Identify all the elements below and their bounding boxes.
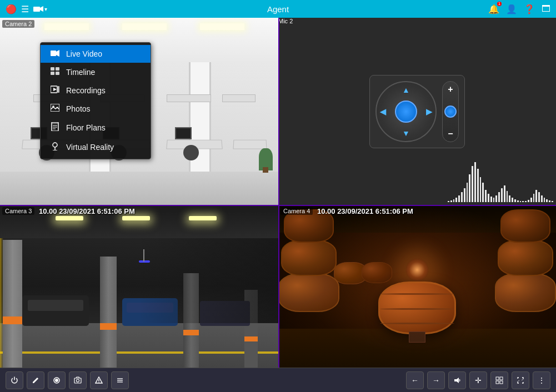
ptz-controller[interactable]: ▲ ▼ ◀ ▶ + − — [369, 75, 465, 148]
svg-point-18 — [53, 143, 57, 147]
audio-bar — [517, 200, 519, 202]
audio-bar — [530, 198, 532, 202]
ptz-wheel[interactable]: ▲ ▼ ◀ ▶ — [375, 81, 437, 142]
barrel-left-1 — [278, 273, 339, 312]
barrel-right-1 — [495, 273, 556, 312]
svg-rect-7 — [56, 72, 59, 75]
menu-item-recordings[interactable]: Recordings — [41, 81, 151, 99]
audio-waveform — [445, 149, 556, 205]
more-button[interactable]: ⋮ — [533, 371, 550, 389]
audio-bar — [455, 198, 457, 202]
svg-rect-33 — [500, 377, 503, 380]
svg-marker-1 — [40, 6, 43, 12]
alert-button[interactable] — [90, 371, 108, 389]
menu-item-photos[interactable]: Photos — [41, 99, 151, 118]
move-button[interactable]: ✛ — [469, 371, 487, 389]
menu-item-floor-plans-label: Floor Plans — [66, 123, 106, 132]
menu-item-live-video-label: Live Video — [66, 49, 102, 58]
camera-3-label: Camera 3 — [2, 207, 34, 215]
ptz-up-arrow[interactable]: ▲ — [402, 86, 410, 94]
camera-dropdown-btn[interactable]: ▾ — [33, 5, 47, 13]
column-2 — [100, 257, 117, 368]
grid-view-button[interactable] — [490, 371, 508, 389]
menu-item-photos-label: Photos — [66, 104, 91, 113]
ptz-left-arrow[interactable]: ◀ — [380, 107, 386, 116]
svg-rect-34 — [496, 381, 499, 384]
car-1 — [22, 295, 89, 326]
light-fixture-1 — [44, 23, 89, 30]
barrel-hoop-3 — [380, 323, 454, 324]
live-video-icon — [49, 49, 61, 58]
orange-stripe-2 — [100, 323, 117, 330]
orange-stripe-1 — [3, 316, 22, 324]
winery-scene — [278, 205, 556, 368]
audio-bar — [467, 183, 468, 202]
alarm-icon[interactable]: 🔴 — [6, 4, 17, 14]
help-icon[interactable]: ❓ — [524, 4, 535, 14]
audio-bar — [501, 188, 503, 202]
ptz-right-arrow[interactable]: ▶ — [426, 107, 432, 116]
forward-button[interactable]: → — [427, 371, 445, 389]
ptz-down-arrow[interactable]: ▼ — [402, 129, 410, 138]
audio-bar — [528, 200, 529, 202]
bell-icon[interactable]: 🔔 1 — [488, 4, 499, 14]
barrel-center-main — [378, 282, 456, 334]
bottom-left-tools — [6, 371, 129, 389]
parking-floor — [0, 323, 278, 368]
ptz-zoom-thumb[interactable] — [444, 105, 457, 118]
grid-divider-vertical — [278, 18, 279, 368]
svg-rect-10 — [58, 86, 59, 93]
fullscreen-edit-button[interactable] — [512, 371, 529, 389]
audio-bar — [485, 190, 487, 202]
audio-bar — [535, 190, 537, 202]
menu-item-timeline[interactable]: Timeline — [41, 63, 151, 81]
chair-3 — [183, 145, 199, 160]
ptz-zoom-plus-btn[interactable]: + — [448, 85, 453, 94]
audio-bar — [522, 201, 524, 202]
ceiling-light-1 — [56, 216, 83, 220]
svg-rect-23 — [74, 378, 81, 383]
snapshot-button[interactable] — [69, 371, 87, 389]
menu-item-live-video[interactable]: Live Video — [41, 45, 151, 63]
record-button[interactable] — [48, 371, 66, 389]
svg-point-22 — [55, 379, 58, 382]
power-button[interactable] — [6, 371, 23, 389]
title-bar-right: 🔔 1 👤 ❓ 🗖 — [488, 4, 550, 14]
audio-button[interactable] — [448, 371, 466, 389]
audio-bar — [474, 162, 476, 202]
yellow-line-1 — [0, 351, 278, 354]
audio-bar — [538, 192, 540, 202]
back-button[interactable]: ← — [406, 371, 424, 389]
ptz-zoom-slider[interactable]: + − — [442, 81, 459, 142]
barrel-stand — [409, 331, 425, 343]
audio-bar — [490, 197, 492, 202]
audio-bar — [493, 198, 495, 202]
audio-bar — [482, 183, 484, 202]
camera-panel-mic2[interactable]: Mic 2 ▲ ▼ ◀ ▶ + − — [278, 18, 556, 205]
audio-bar — [504, 185, 505, 202]
edit-button[interactable] — [27, 371, 44, 389]
audio-bar — [453, 199, 455, 202]
ceiling-light-2 — [122, 216, 150, 220]
audio-bar — [533, 194, 535, 202]
plant-pot — [263, 167, 268, 173]
ptz-zoom-minus-btn[interactable]: − — [448, 129, 453, 138]
camera-panel-4[interactable]: Camera 4 10.00 23/09/2021 6:51:06 PM — [278, 205, 556, 368]
menu-item-floor-plans[interactable]: Floor Plans — [41, 118, 151, 137]
user-icon[interactable]: 👤 — [506, 4, 517, 14]
menu-item-virtual-reality[interactable]: Virtual Reality — [41, 137, 151, 157]
audio-bar — [544, 198, 545, 202]
car-1-cabin — [28, 300, 83, 311]
svg-marker-9 — [53, 88, 57, 91]
menu-item-recordings-label: Recordings — [66, 86, 106, 95]
ptz-center-btn[interactable] — [395, 100, 417, 123]
camera-3-timestamp: 10.00 23/09/2021 6:51:06 PM — [39, 207, 135, 215]
camera-panel-3[interactable]: Camera 3 10.00 23/09/2021 6:51:06 PM — [0, 205, 278, 368]
window-icon[interactable]: 🗖 — [542, 4, 550, 14]
svg-marker-3 — [56, 50, 59, 57]
menu-icon[interactable]: ☰ — [21, 4, 29, 14]
title-bar-left: 🔴 ☰ ▾ — [6, 4, 47, 14]
mic-2-label: Mic 2 — [278, 18, 556, 24]
audio-bar — [549, 200, 550, 202]
list-button[interactable] — [111, 371, 129, 389]
